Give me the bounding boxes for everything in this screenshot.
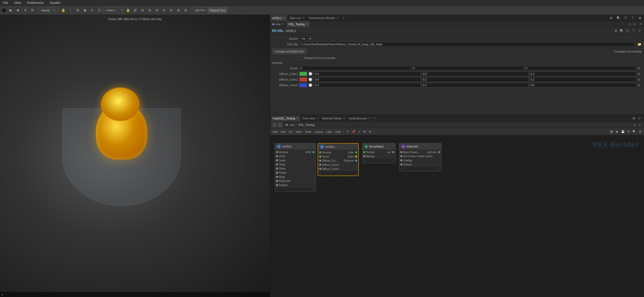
osl-help-btn[interactable]: ? [631, 28, 636, 33]
tab-add-btn[interactable]: + [341, 16, 346, 20]
pause-btn[interactable]: ⏸ [22, 7, 28, 13]
osl-expand-btn[interactable]: ↗ [637, 28, 642, 33]
ng-render-btn[interactable]: ◉ [615, 129, 619, 135]
diffuse-color3-g[interactable] [421, 83, 529, 88]
ng-grid-btn[interactable]: ⊞ [362, 129, 367, 135]
icons3-btn[interactable]: ⊕ [146, 7, 153, 13]
ng-view-btn[interactable]: View [295, 129, 303, 135]
vector-gear[interactable]: ⚙ [638, 67, 642, 70]
ng-close-btn[interactable]: ✕ [345, 129, 350, 135]
diffuse-color1-swatch[interactable] [299, 72, 307, 76]
source-value[interactable]: File [299, 36, 308, 41]
menu-view[interactable]: View [13, 1, 22, 5]
ng-grid2-btn[interactable]: ⊟ [368, 129, 372, 135]
ng-pin-btn[interactable]: 📌 [351, 129, 356, 135]
ng-forward-btn[interactable]: ▷ [278, 122, 283, 127]
diffuse-color3-b[interactable] [529, 83, 636, 88]
osl-info-btn[interactable]: ⓘ [625, 28, 630, 33]
play-btn[interactable]: ▶ [8, 7, 14, 13]
ng-img-btn[interactable]: 🖼 [609, 129, 614, 135]
tab-perf-monitor-close[interactable]: ✕ [337, 16, 339, 19]
tab-take-list-close[interactable]: ✕ [302, 16, 305, 19]
source-dropdown-icon[interactable]: ▾ [310, 37, 311, 40]
node-rsosl1-left[interactable]: ◁ [319, 172, 321, 175]
original-size-btn[interactable]: Original Size [208, 7, 227, 13]
ng-go-btn[interactable]: Go [288, 129, 294, 135]
sub-tab-osl-testing[interactable]: OSL_Testing ✕ [286, 21, 310, 27]
icons-btn[interactable]: ⊞ [132, 7, 138, 13]
ng-settings-right-btn[interactable]: ⚙ [638, 129, 642, 135]
ng-layout-btn[interactable]: Layout [314, 129, 324, 135]
ng-save-btn[interactable]: 💾 [620, 129, 626, 135]
diffuse-color2-r[interactable] [314, 77, 421, 82]
display-btn[interactable]: ⊙ [89, 7, 95, 13]
tab-rsosl1[interactable]: rsOSL1 ✕ [270, 15, 288, 21]
diffuse-color3-swatch[interactable] [299, 83, 307, 87]
ng-expand-btn[interactable]: ↗ [637, 116, 642, 121]
output-errors-checkbox[interactable] [299, 56, 302, 59]
menu-file[interactable]: File [2, 1, 9, 5]
tab-perf-monitor[interactable]: Performance Monitor ✕ [307, 15, 341, 21]
ng-back-btn[interactable]: ◁ [272, 122, 277, 127]
osl-nav-left[interactable]: ◁ [627, 22, 632, 27]
ng-help-btn[interactable]: Help [334, 129, 342, 135]
tab-take-list[interactable]: Take List ✕ [288, 15, 307, 21]
ng-tab-material-close[interactable]: ✕ [343, 117, 345, 120]
menu-preferences[interactable]: Preferences [26, 1, 45, 5]
node-material2[interactable]: ◉ Material2 Base Proper... outColor Sub- [399, 143, 441, 171]
ng-tab-tree[interactable]: Tree View ✕ [301, 116, 320, 121]
ng-edit-btn[interactable]: Edit [280, 129, 287, 135]
icons7-btn[interactable]: ⊞ [175, 7, 181, 13]
settings-btn[interactable]: ⚙ [29, 7, 35, 13]
node-bumpmap1-left[interactable]: ◁ [363, 160, 365, 162]
icons2-btn[interactable]: ⊟ [139, 7, 145, 13]
beauty-dropdown[interactable]: beauty [40, 7, 56, 13]
crop-btn[interactable]: ⊡ [96, 7, 102, 13]
node-bumpmap1-right[interactable]: ▷ [392, 160, 394, 162]
ng-settings-btn[interactable]: ⚙ [631, 116, 636, 121]
panel-float-icon[interactable]: ⊞ [637, 15, 643, 21]
grid-btn[interactable]: ⋮ [67, 7, 73, 13]
osl-file-browse-btn[interactable]: 📁 [637, 42, 642, 47]
diffuse-color3-gear[interactable]: ⚙ [638, 84, 642, 87]
vector-y[interactable] [412, 66, 524, 71]
node-rsosl2[interactable]: ◉ rsOSL2 General UVW UVW [275, 143, 316, 192]
stop-btn[interactable]: ■ [15, 7, 21, 13]
diffuse-color2-g[interactable] [421, 77, 529, 82]
diffuse-color3-r[interactable] [314, 83, 421, 88]
ng-tab-asset-close[interactable]: ✕ [369, 117, 371, 120]
ng-canvas[interactable]: VEX Builder ◉ rsOSL2 [270, 135, 644, 297]
osl-search-btn[interactable]: 🔍 [619, 28, 624, 33]
ng-tab-mat-osl-close[interactable]: ✕ [296, 117, 298, 120]
diffuse-color1-g[interactable] [421, 72, 529, 76]
diffuse-color2-b[interactable] [529, 77, 636, 82]
ng-tab-mat-osl[interactable]: /mat/OSL_Testing ✕ [271, 116, 300, 121]
node-rsosl1-right[interactable]: ▷ [355, 172, 357, 175]
node-bumpmap1[interactable]: ◉ BumpMap1 Texture out Remap [362, 143, 395, 163]
lock-btn[interactable]: 🔒 [125, 7, 131, 13]
ng-tab-add[interactable]: + [373, 116, 377, 120]
flipbook-btn[interactable]: 🔒 [60, 7, 66, 13]
panel-help-icon[interactable]: ? [630, 15, 636, 21]
sub-tab-mat-close[interactable]: ✕ [282, 23, 284, 25]
icons5-btn[interactable]: ⊘ [161, 7, 167, 13]
icons8-btn[interactable]: ⊟ [182, 7, 189, 13]
osl-settings-btn[interactable]: ⚙ [613, 28, 618, 33]
ng-add-btn[interactable]: Add [272, 129, 279, 135]
vector-z[interactable] [524, 66, 636, 71]
viewport[interactable]: Frame 189: 2021-04-21 17:00:01 (1m:19s) … [0, 15, 270, 297]
vector-x[interactable] [299, 66, 411, 71]
ng-nav-btn3[interactable]: ▷ [637, 122, 642, 127]
sub-tab-mat[interactable]: ◉ mat ✕ [270, 21, 286, 27]
diffuse-color1-b[interactable] [529, 72, 636, 76]
icons4-btn[interactable]: ⊗ [154, 7, 160, 13]
menu-houdini[interactable]: Houdini [49, 1, 61, 5]
camera-btn[interactable]: ⊞ [75, 7, 81, 13]
osl-expand[interactable]: ↗ [638, 22, 643, 27]
diffuse-color1-r[interactable] [314, 72, 421, 76]
ng-tab-tree-close[interactable]: ✕ [316, 117, 318, 120]
render-settings-btn[interactable]: ◉ [82, 7, 88, 13]
compile-button[interactable]: Compile and Build GUI [272, 49, 307, 54]
node-rsosl2-left[interactable]: ◁ [276, 188, 278, 191]
ng-copy-btn[interactable]: ⧉ [627, 129, 631, 135]
